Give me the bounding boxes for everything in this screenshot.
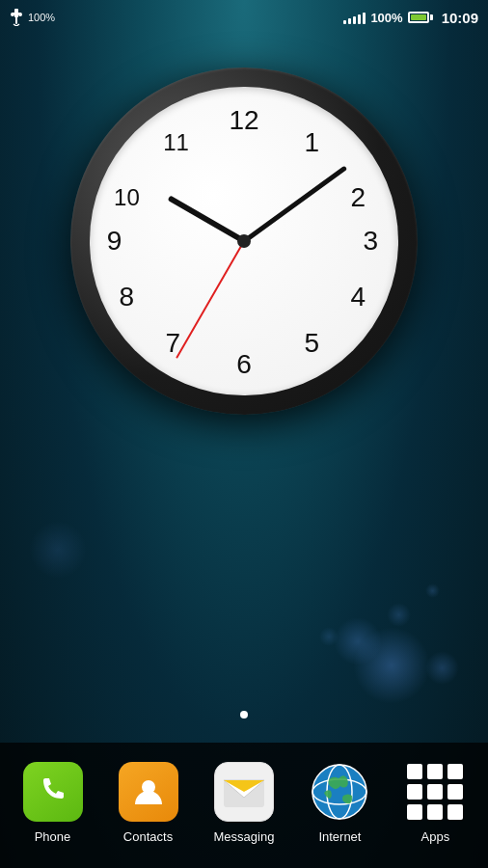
phone-label: Phone <box>35 829 71 844</box>
taskbar: Phone Contacts Messaging <box>0 743 488 868</box>
messaging-app[interactable]: Messaging <box>214 762 275 844</box>
battery-percent: 100% <box>370 11 402 25</box>
apps-app[interactable]: Apps <box>405 762 465 844</box>
clock-face: 12 1 2 3 4 5 6 7 8 9 10 11 <box>90 87 398 395</box>
minute-hand <box>243 166 347 243</box>
page-indicator <box>240 711 248 719</box>
clock-number-2: 2 <box>351 184 366 211</box>
contacts-label: Contacts <box>123 829 173 844</box>
contacts-icon <box>119 762 178 822</box>
clock-widget[interactable]: 12 1 2 3 4 5 6 7 8 9 10 11 <box>70 68 418 415</box>
usb-icon <box>10 9 23 26</box>
phone-app[interactable]: Phone <box>23 762 83 844</box>
clock-number-6: 6 <box>236 351 252 378</box>
clock-number-4: 4 <box>351 284 366 311</box>
clock-number-5: 5 <box>305 330 320 357</box>
status-bar: 100% 100% 10:09 <box>0 0 488 35</box>
hour-hand <box>168 195 246 243</box>
internet-icon <box>310 762 369 822</box>
second-hand <box>176 241 245 359</box>
internet-label: Internet <box>318 829 361 844</box>
status-right: 100% 10:09 <box>343 10 478 26</box>
status-left: 100% <box>10 9 55 26</box>
apps-label: Apps <box>421 829 450 844</box>
clock-number-12: 12 <box>229 107 258 134</box>
svg-point-2 <box>11 13 14 16</box>
clock-center-dot <box>237 234 251 248</box>
messaging-label: Messaging <box>214 829 275 844</box>
clock-number-10: 10 <box>114 186 140 209</box>
time-display: 10:09 <box>442 10 478 26</box>
apps-icon <box>405 762 465 822</box>
svg-rect-4 <box>15 16 17 24</box>
svg-point-3 <box>18 13 22 16</box>
contacts-app[interactable]: Contacts <box>119 762 178 844</box>
clock-number-9: 9 <box>107 228 122 255</box>
clock-outer: 12 1 2 3 4 5 6 7 8 9 10 11 <box>70 68 418 415</box>
battery-icon <box>408 12 433 23</box>
signal-bars <box>343 11 366 24</box>
internet-app[interactable]: Internet <box>310 762 369 844</box>
phone-icon <box>23 762 83 822</box>
messaging-icon <box>214 762 274 822</box>
clock-number-8: 8 <box>120 284 135 311</box>
usb-battery-label: 100% <box>28 12 55 23</box>
page-dot-0 <box>240 711 248 719</box>
clock-number-11: 11 <box>163 131 189 154</box>
clock-number-3: 3 <box>363 228 378 255</box>
clock-number-1: 1 <box>305 129 320 156</box>
